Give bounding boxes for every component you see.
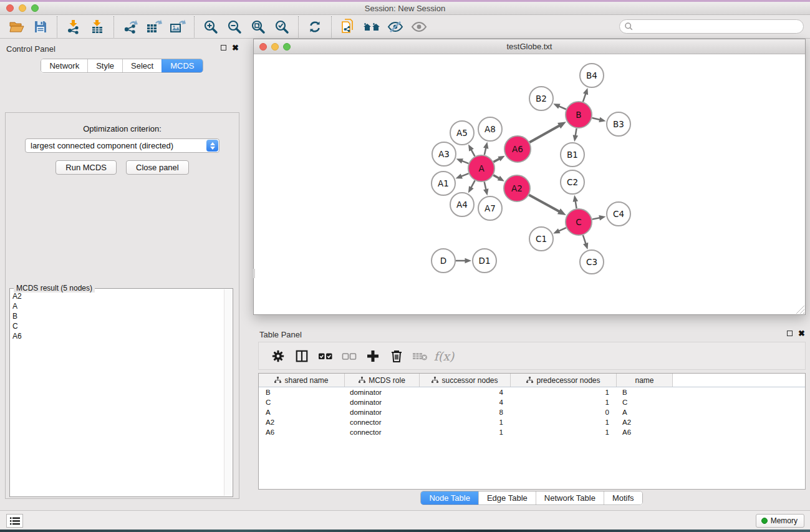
cell-name[interactable]: A2 [617,418,673,426]
cell-shared_name[interactable]: A6 [259,428,345,436]
zoom-out-icon[interactable] [223,17,246,37]
cell-mcds_role[interactable]: connector [345,428,420,436]
tab-edge-table[interactable]: Edge Table [478,491,536,505]
memory-button[interactable]: Memory [756,514,804,528]
cell-mcds_role[interactable]: dominator [345,389,420,396]
hide-selected-icon[interactable] [383,17,407,37]
column-header-predecessor-nodes[interactable]: predecessor nodes [511,374,617,387]
close-window-icon[interactable] [6,4,14,12]
tab-node-table[interactable]: Node Table [421,491,478,505]
table-row[interactable]: A6connector11A6 [259,427,805,437]
node-table[interactable]: shared nameMCDS rolesuccessor nodesprede… [258,373,806,490]
cell-successor_nodes[interactable]: 1 [420,428,511,436]
table-row[interactable]: Cdominator41C [259,397,805,407]
tab-network[interactable]: Network [41,59,87,72]
column-header-successor-nodes[interactable]: successor nodes [420,374,511,387]
tab-select[interactable]: Select [122,59,162,72]
import-table-icon[interactable] [85,17,109,37]
close-panel-icon[interactable]: ✖ [232,44,239,51]
cell-name[interactable]: A [617,409,673,416]
select-all-icon[interactable] [314,346,337,367]
close-table-panel-icon[interactable]: ✖ [798,330,805,337]
new-network-from-selection-icon[interactable] [336,17,360,37]
cell-mcds_role[interactable]: dominator [345,409,420,416]
cell-mcds_role[interactable]: connector [345,418,420,426]
tab-mcds[interactable]: MCDS [162,59,202,72]
network-graph[interactable]: AA1A2A3A4A5A6A7A8BB1B2B3B4CC1C2C3C4DD1 [254,54,805,314]
cell-successor_nodes[interactable]: 4 [420,389,511,396]
mcds-result-item[interactable]: A2 [12,291,223,301]
mcds-result-item[interactable]: A [12,301,223,311]
open-session-icon[interactable] [5,17,29,37]
tab-style[interactable]: Style [87,59,122,72]
tab-motifs[interactable]: Motifs [604,491,642,505]
show-columns-icon[interactable] [290,346,314,367]
cell-successor_nodes[interactable]: 4 [420,399,511,406]
cell-successor_nodes[interactable]: 8 [420,409,511,416]
zoom-window-icon[interactable] [31,4,39,12]
column-header-name[interactable]: name [617,374,673,387]
minimize-network-window-icon[interactable] [271,43,279,51]
cell-shared_name[interactable]: C [259,399,345,406]
cell-predecessor_nodes[interactable]: 0 [511,409,617,416]
cell-name[interactable]: A6 [617,428,673,436]
tab-network-table[interactable]: Network Table [536,491,604,505]
cell-name[interactable]: B [617,389,673,396]
cell-mcds_role[interactable]: dominator [345,399,420,406]
zoom-in-icon[interactable] [199,17,223,37]
delete-table-icon[interactable] [408,346,432,367]
mcds-result-item[interactable]: C [12,321,223,331]
import-network-icon[interactable] [62,17,85,37]
export-table-icon[interactable] [142,17,166,37]
task-history-button[interactable] [6,514,23,528]
delete-row-icon[interactable] [385,346,408,367]
table-toolbar: f(x) [258,342,806,370]
table-row[interactable]: Bdominator41B [259,387,805,397]
cell-successor_nodes[interactable]: 1 [420,418,511,426]
search-input[interactable] [634,21,803,32]
show-all-icon[interactable] [407,17,431,37]
cell-predecessor_nodes[interactable]: 1 [511,418,617,426]
criterion-dropdown[interactable]: largest connected component (directed) [25,138,219,153]
graph-node-label-D: D [440,256,446,266]
function-builder-icon[interactable]: f(x) [432,346,456,367]
graph-edge-A2-C[interactable] [529,195,561,213]
search-field[interactable] [619,19,804,34]
export-network-icon[interactable] [118,17,142,37]
column-header-shared-name[interactable]: shared name [259,374,345,387]
export-image-icon[interactable] [166,17,190,37]
cell-predecessor_nodes[interactable]: 1 [511,399,617,406]
close-network-window-icon[interactable] [259,43,267,51]
graph-edge-A6-B[interactable] [529,125,561,142]
table-row[interactable]: Adominator80A [259,407,805,417]
resize-grip-icon[interactable] [796,305,804,314]
table-settings-icon[interactable] [266,346,290,367]
float-panel-icon[interactable] [221,45,226,51]
cell-shared_name[interactable]: A [259,409,345,416]
minimize-window-icon[interactable] [19,4,26,12]
first-neighbors-icon[interactable] [360,17,383,37]
mcds-result-item[interactable]: B [12,311,223,321]
refresh-icon[interactable] [303,17,327,37]
zoom-network-window-icon[interactable] [283,43,291,51]
splitter-handle[interactable] [253,269,255,278]
deselect-all-icon[interactable] [337,346,361,367]
network-window-titlebar[interactable]: testGlobe.txt [254,39,805,54]
cell-shared_name[interactable]: A2 [259,418,345,426]
add-row-icon[interactable] [361,346,385,367]
cell-predecessor_nodes[interactable]: 1 [511,428,617,436]
network-canvas[interactable]: AA1A2A3A4A5A6A7A8BB1B2B3B4CC1C2C3C4DD1 [254,54,805,314]
mcds-result-item[interactable]: A6 [12,331,223,341]
column-header-mcds-role[interactable]: MCDS role [345,374,420,387]
run-mcds-button[interactable]: Run MCDS [55,160,117,175]
table-row[interactable]: A2connector11A2 [259,417,805,427]
float-table-panel-icon[interactable] [787,331,793,336]
zoom-fit-icon[interactable] [246,17,270,37]
save-session-icon[interactable] [29,17,52,37]
scrollbar[interactable] [224,289,232,496]
cell-predecessor_nodes[interactable]: 1 [511,389,617,396]
cell-name[interactable]: C [617,399,673,406]
cell-shared_name[interactable]: B [259,389,345,396]
zoom-selected-icon[interactable] [270,17,294,37]
close-panel-button[interactable]: Close panel [126,160,189,175]
